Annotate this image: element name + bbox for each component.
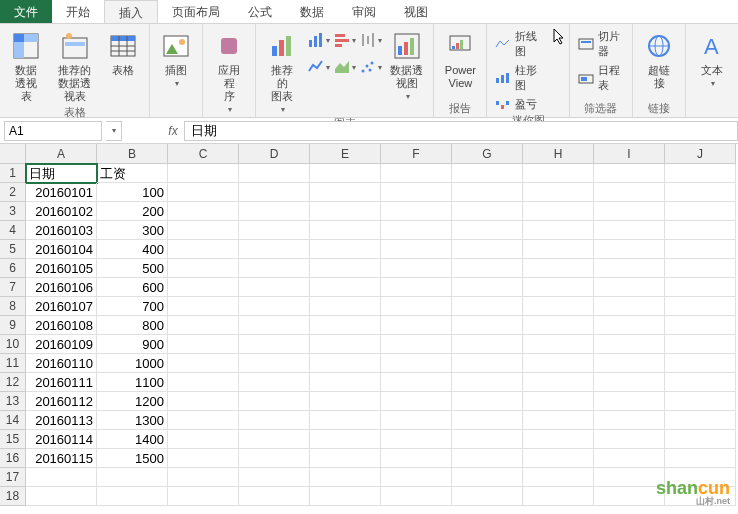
cell[interactable]: [594, 202, 665, 221]
cell[interactable]: [381, 278, 452, 297]
cell[interactable]: [239, 240, 310, 259]
cell[interactable]: [168, 373, 239, 392]
cell[interactable]: [381, 259, 452, 278]
cell[interactable]: 20160111: [26, 373, 97, 392]
cell[interactable]: [452, 468, 523, 487]
cell[interactable]: [168, 335, 239, 354]
cell[interactable]: [381, 411, 452, 430]
formula-input[interactable]: [184, 121, 738, 141]
cell[interactable]: [310, 202, 381, 221]
cell[interactable]: [665, 164, 736, 183]
cell[interactable]: [239, 221, 310, 240]
cell[interactable]: [452, 392, 523, 411]
cell[interactable]: [26, 468, 97, 487]
tab-data[interactable]: 数据: [286, 0, 338, 23]
cell[interactable]: [310, 373, 381, 392]
row-header[interactable]: 12: [0, 373, 26, 392]
row-header[interactable]: 6: [0, 259, 26, 278]
row-header[interactable]: 1: [0, 164, 26, 183]
cell[interactable]: [310, 164, 381, 183]
cell[interactable]: [523, 221, 594, 240]
row-header[interactable]: 4: [0, 221, 26, 240]
cell[interactable]: [381, 430, 452, 449]
cell[interactable]: [381, 164, 452, 183]
recommended-pivot-button[interactable]: 推荐的数据透视表: [52, 28, 97, 105]
cell[interactable]: [239, 164, 310, 183]
cell[interactable]: [168, 183, 239, 202]
row-header[interactable]: 13: [0, 392, 26, 411]
cell[interactable]: [594, 392, 665, 411]
cell[interactable]: [310, 221, 381, 240]
cell[interactable]: [310, 259, 381, 278]
cell[interactable]: [239, 354, 310, 373]
cell[interactable]: [594, 278, 665, 297]
cell[interactable]: [523, 202, 594, 221]
cell[interactable]: [452, 373, 523, 392]
cell[interactable]: [665, 183, 736, 202]
row-header[interactable]: 14: [0, 411, 26, 430]
name-box-dropdown[interactable]: ▾: [106, 121, 122, 141]
column-header[interactable]: J: [665, 144, 736, 164]
column-header[interactable]: H: [523, 144, 594, 164]
cell[interactable]: [381, 221, 452, 240]
cell[interactable]: 20160112: [26, 392, 97, 411]
row-header[interactable]: 10: [0, 335, 26, 354]
cell[interactable]: [168, 449, 239, 468]
cell[interactable]: [665, 240, 736, 259]
cell[interactable]: [310, 392, 381, 411]
cell[interactable]: 20160109: [26, 335, 97, 354]
cell[interactable]: [239, 183, 310, 202]
tab-insert[interactable]: 插入: [104, 0, 158, 23]
cell[interactable]: [381, 354, 452, 373]
cell[interactable]: [594, 354, 665, 373]
cell[interactable]: [523, 354, 594, 373]
column-header[interactable]: I: [594, 144, 665, 164]
row-header[interactable]: 11: [0, 354, 26, 373]
cell[interactable]: [523, 373, 594, 392]
cell[interactable]: [452, 278, 523, 297]
apps-button[interactable]: 应用程序: [209, 28, 249, 116]
cell[interactable]: [168, 468, 239, 487]
row-header[interactable]: 18: [0, 487, 26, 506]
cell[interactable]: 1100: [97, 373, 168, 392]
bar-chart-button[interactable]: [334, 28, 354, 52]
cell[interactable]: [239, 202, 310, 221]
cell[interactable]: [594, 430, 665, 449]
cell[interactable]: [523, 297, 594, 316]
tab-formulas[interactable]: 公式: [234, 0, 286, 23]
cell[interactable]: [310, 430, 381, 449]
cell[interactable]: 100: [97, 183, 168, 202]
cell[interactable]: [523, 316, 594, 335]
row-header[interactable]: 2: [0, 183, 26, 202]
cell[interactable]: [594, 316, 665, 335]
cell[interactable]: 20160113: [26, 411, 97, 430]
row-header[interactable]: 3: [0, 202, 26, 221]
cell[interactable]: [239, 392, 310, 411]
cell[interactable]: [168, 297, 239, 316]
cell[interactable]: [168, 411, 239, 430]
tab-review[interactable]: 审阅: [338, 0, 390, 23]
cell[interactable]: [310, 335, 381, 354]
row-header[interactable]: 16: [0, 449, 26, 468]
cell[interactable]: [594, 240, 665, 259]
cell[interactable]: [97, 487, 168, 506]
timeline-button[interactable]: 日程表: [576, 62, 626, 94]
cell[interactable]: [523, 430, 594, 449]
cell[interactable]: 1000: [97, 354, 168, 373]
column-header[interactable]: G: [452, 144, 523, 164]
cell[interactable]: [523, 183, 594, 202]
cell[interactable]: 20160115: [26, 449, 97, 468]
cell[interactable]: [239, 335, 310, 354]
cell[interactable]: [523, 468, 594, 487]
cell[interactable]: [452, 221, 523, 240]
cell[interactable]: [665, 297, 736, 316]
row-header[interactable]: 5: [0, 240, 26, 259]
tab-page-layout[interactable]: 页面布局: [158, 0, 234, 23]
column-header[interactable]: A: [26, 144, 97, 164]
cell[interactable]: [168, 430, 239, 449]
cell[interactable]: [310, 316, 381, 335]
cell[interactable]: 1400: [97, 430, 168, 449]
cell[interactable]: [452, 335, 523, 354]
cell[interactable]: [523, 392, 594, 411]
cell[interactable]: [665, 392, 736, 411]
